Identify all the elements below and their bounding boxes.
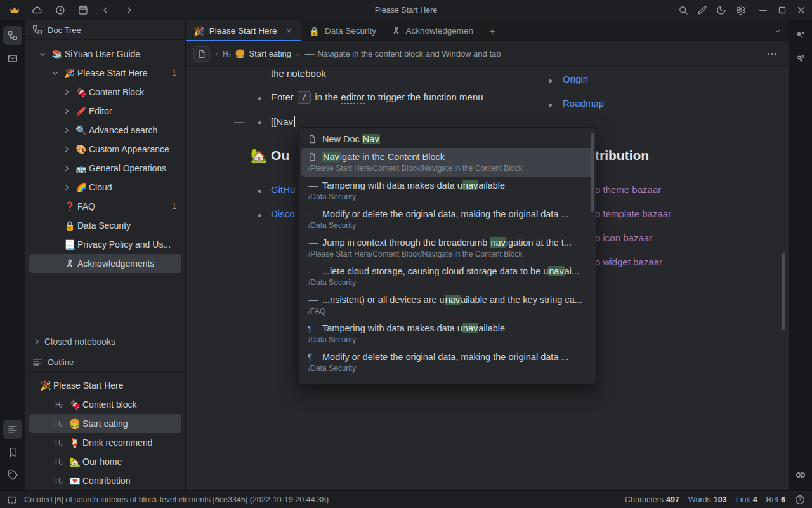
breadcrumb-item-heading[interactable]: H₂ 🍔 Start eating: [223, 49, 291, 58]
dock-toggle-icon[interactable]: [6, 494, 18, 505]
search-result-item[interactable]: ·—...lete cloud storage, causing cloud s…: [301, 262, 593, 291]
daily-note-calendar-icon[interactable]: [74, 2, 93, 18]
settings-gear-icon[interactable]: [731, 2, 750, 18]
search-icon[interactable]: [674, 2, 693, 18]
doc-tree-item-siyuan-user-guide[interactable]: 📚SiYuan User Guide: [29, 44, 181, 64]
back-icon[interactable]: [96, 2, 115, 18]
result-text: Modify or delete the original data, maki…: [322, 352, 569, 362]
tab-close-icon[interactable]: ×: [284, 25, 293, 37]
closed-notebooks-row[interactable]: Closed notebooks: [25, 331, 185, 352]
doc-tree-item-advanced-search[interactable]: 🔍Advanced search: [29, 121, 181, 140]
minimize-icon[interactable]: [754, 2, 773, 18]
tab-data-security[interactable]: 🔒Data Security: [301, 20, 384, 41]
theme-bazaar-link[interactable]: o theme bazaar: [595, 184, 661, 195]
editor-ref-link[interactable]: editor: [341, 91, 365, 104]
result-path: /FAQ: [308, 307, 584, 316]
outline-item-our-home[interactable]: H₂🏡Our home: [29, 452, 181, 471]
github-link[interactable]: GitHu: [271, 184, 295, 195]
tag-icon[interactable]: [3, 465, 22, 485]
chevron-right-icon[interactable]: [60, 145, 74, 153]
tab-please-start-here[interactable]: 🎉Please Start Here×: [186, 20, 301, 41]
icon-bazaar-link[interactable]: o icon bazaar: [595, 232, 652, 243]
doc-tree-panel-header[interactable]: Doc Tree: [25, 20, 185, 40]
tab-acknowledgemen[interactable]: 🎗Acknowledgemen: [384, 20, 481, 41]
close-icon[interactable]: [792, 2, 811, 18]
history-icon[interactable]: [51, 2, 70, 18]
discord-link[interactable]: Disco: [271, 208, 295, 219]
chevron-right-icon: [33, 338, 41, 345]
doc-tree-item-data-security[interactable]: 🔒Data Security: [29, 216, 181, 235]
popup-scrollbar[interactable]: [591, 133, 594, 212]
doc-tree-item-general-operations[interactable]: 🚌General Operations: [29, 159, 181, 178]
our-home-heading[interactable]: 🏡 Ou: [251, 148, 289, 163]
outline-item-content-block[interactable]: H₂🍫Content block: [29, 395, 181, 414]
outline-item-start-eating[interactable]: H₂🍔Start eating: [29, 414, 181, 433]
new-tab-button[interactable]: +: [481, 20, 503, 41]
edit-pencil-icon[interactable]: [693, 2, 712, 18]
origin-link[interactable]: Origin: [563, 74, 588, 84]
search-result-item[interactable]: ·—Tampering with data makes data unavail…: [301, 177, 593, 205]
tab-menu-chevron-down-icon[interactable]: [773, 20, 789, 41]
sync-cloud-icon[interactable]: [28, 2, 47, 18]
forward-icon[interactable]: [119, 2, 138, 18]
doc-icon[interactable]: [193, 46, 210, 62]
search-result-item[interactable]: New Doc Nav: [301, 130, 593, 148]
global-graph-icon[interactable]: [791, 49, 810, 68]
text-run: Tampering with data makes data u: [322, 323, 462, 333]
chevron-right-icon[interactable]: [60, 164, 74, 172]
enter-slash-line[interactable]: Enter / in the editor to trigger the fun…: [271, 91, 483, 104]
outline-item-label: Our home: [82, 457, 122, 467]
search-result-item[interactable]: ·—Modify or delete the original data, ma…: [301, 205, 593, 234]
template-bazaar-link[interactable]: o template bazaar: [595, 208, 671, 219]
doc-tree-item-editor[interactable]: 🖍️Editor: [29, 102, 181, 121]
chevron-down-icon[interactable]: [36, 50, 49, 58]
block-drag-handle[interactable]: [234, 122, 244, 123]
chevron-right-icon[interactable]: [60, 126, 74, 134]
editor-scrollbar[interactable]: [782, 253, 785, 330]
outline-item-drink-recommend[interactable]: H₂🍹Drink recommend: [29, 433, 181, 452]
list-bullet: [258, 97, 261, 100]
chevron-right-icon[interactable]: [60, 184, 74, 191]
roadmap-link[interactable]: Roadmap: [563, 98, 604, 109]
maximize-icon[interactable]: [773, 2, 792, 18]
chevron-right-icon[interactable]: [60, 107, 74, 115]
bookmark-icon[interactable]: [3, 443, 22, 462]
search-result-item[interactable]: Navigate in the Content Block/Please Sta…: [301, 148, 593, 177]
chevron-down-icon[interactable]: [48, 69, 62, 77]
search-result-item[interactable]: ·—...nsistent) or all devices are unavai…: [301, 291, 593, 319]
doc-tree-icon[interactable]: [3, 26, 22, 45]
outline-panel-header[interactable]: Outline: [25, 352, 185, 372]
doc-tree-item-label: Cloud: [89, 182, 112, 192]
outline-item-contribution[interactable]: H₂💌Contribution: [29, 471, 181, 490]
search-result-item[interactable]: ¶Modify or delete the original data, mak…: [301, 348, 593, 377]
counter-link: Link4: [736, 495, 757, 504]
inbox-mail-icon[interactable]: [3, 49, 22, 68]
breadcrumb-item-block[interactable]: ·— Navigate in the content block and Win…: [304, 49, 501, 58]
doc-tree-item-content-block[interactable]: 🍫Content Block: [29, 83, 181, 102]
search-result-item[interactable]: ¶Tampering with data makes data unavaila…: [301, 319, 593, 348]
outline-item-please-start-here[interactable]: 🎉Please Start Here: [29, 376, 181, 395]
text-run: Tampering with data makes data u: [322, 180, 462, 190]
doc-tree-item-cloud[interactable]: 🌈Cloud: [29, 178, 181, 197]
text-run: Jump in context through the breadcrumb: [322, 237, 490, 248]
outline-icon[interactable]: [3, 420, 22, 439]
workspace-crown-icon[interactable]: [5, 2, 24, 18]
chevron-right-icon[interactable]: [60, 88, 74, 96]
typing-line[interactable]: [[Nav: [271, 116, 295, 127]
doc-tree-item-please-start-here[interactable]: 🎉Please Start Here1: [29, 64, 181, 83]
backlinks-link-icon[interactable]: [791, 465, 810, 485]
help-icon[interactable]: [794, 494, 806, 505]
sidebar: Doc Tree 📚SiYuan User Guide🎉Please Start…: [25, 20, 186, 490]
doc-emoji-icon: 🚌: [74, 163, 89, 173]
widget-bazaar-link[interactable]: o widget bazaar: [595, 257, 662, 267]
more-options-button[interactable]: ⋯: [763, 46, 781, 61]
graph-icon[interactable]: [791, 26, 810, 45]
doc-tree-item-custom-appearance[interactable]: 🎨Custom Appearance: [29, 140, 181, 159]
search-result-item[interactable]: ·—Jump in context through the breadcrumb…: [301, 234, 593, 262]
doc-tree-item-privacy-policy-and-us[interactable]: 📃Privacy Policy and Us...: [29, 235, 181, 254]
doc-tree-item-faq[interactable]: ❓FAQ1: [29, 197, 181, 216]
contribution-heading[interactable]: tribution: [595, 148, 649, 163]
theme-moon-icon[interactable]: [712, 2, 731, 18]
wrapped-text-line[interactable]: the notebook: [271, 68, 326, 79]
doc-tree-item-acknowledgements[interactable]: 🎗Acknowledgements: [29, 254, 181, 273]
